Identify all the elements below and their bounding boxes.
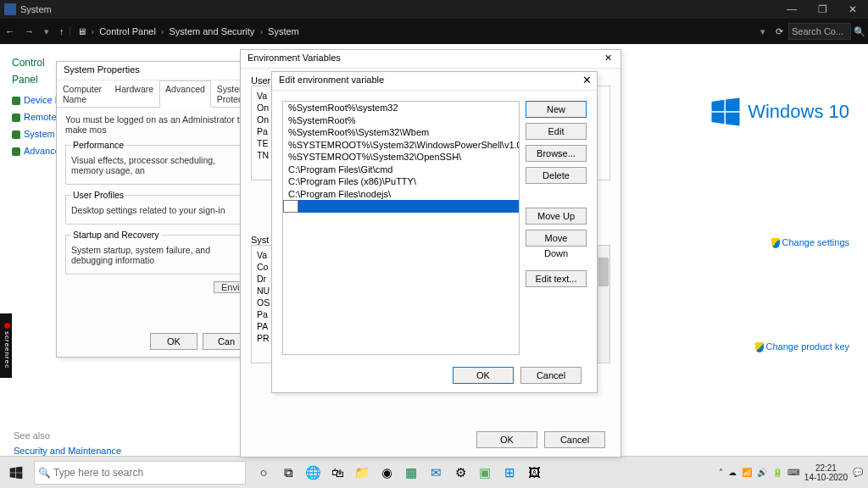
dialog-title: Edit environment variable ✕ — [272, 72, 597, 91]
svg-marker-7 — [16, 473, 22, 479]
crumb-control-panel[interactable]: Control Panel — [94, 26, 161, 36]
list-item[interactable]: %SystemRoot%\system32 — [283, 102, 519, 114]
dialog-title: Environment Variables ✕ — [241, 50, 620, 69]
list-item[interactable]: C:\Program Files\Git\cmd — [283, 164, 519, 176]
close-button[interactable]: ✕ — [582, 74, 592, 86]
taskbar-app-chrome[interactable]: ◉ — [376, 462, 398, 484]
taskbar-app-excel[interactable]: ▦ — [400, 462, 422, 484]
action-center-button[interactable]: 💬 — [853, 468, 863, 477]
crumb-system-security[interactable]: System and Security — [164, 26, 260, 36]
taskbar-app-camtasia[interactable]: ▣ — [474, 462, 496, 484]
tray-battery-icon[interactable]: 🔋 — [772, 468, 782, 477]
svg-marker-0 — [712, 100, 725, 112]
path-entries-list[interactable]: %SystemRoot%\system32 %SystemRoot% %Syst… — [282, 101, 520, 355]
see-also-label: See also — [14, 430, 50, 441]
admin-note: You must be logged on as an Administrato… — [65, 114, 250, 135]
system-tray: ˄ ☁ 📶 🔊 🔋 ⌨ 22:21 14-10-2020 💬 — [719, 463, 868, 482]
shield-icon — [771, 238, 780, 248]
edit-environment-variable-dialog: Edit environment variable ✕ %SystemRoot%… — [271, 71, 598, 393]
system-properties-dialog: System Properties Computer Name Hardware… — [56, 61, 259, 358]
change-product-key-link[interactable]: Change product key — [663, 341, 849, 352]
delete-button[interactable]: Delete — [526, 167, 587, 184]
taskbar: 🔍 Type here to search ○ ⧉ 🌐 🛍 📁 ◉ ▦ ✉ ⚙ … — [0, 456, 868, 488]
ok-button[interactable]: OK — [453, 367, 514, 384]
list-item[interactable]: C:\Program Files\nodejs\ — [283, 188, 519, 201]
list-item[interactable]: %SystemRoot%\System32\Wbem — [283, 126, 519, 139]
tab-computer-name[interactable]: Computer Name — [57, 80, 109, 107]
windows-logo-brand: Windows 10 — [663, 97, 849, 127]
edit-text-button[interactable]: Edit text... — [526, 270, 587, 287]
tray-overflow-button[interactable]: ˄ — [719, 468, 723, 477]
tab-advanced[interactable]: Advanced — [159, 80, 211, 108]
nav-forward-button[interactable]: → — [19, 26, 39, 36]
taskbar-app-generic[interactable]: 🖼 — [523, 462, 545, 484]
profiles-description: Desktop settings related to your sign-in — [71, 205, 244, 215]
startup-description: System startup, system failure, and debu… — [71, 245, 244, 265]
dialog-title: System Properties — [57, 62, 259, 80]
svg-marker-1 — [726, 98, 740, 112]
tab-hardware[interactable]: Hardware — [109, 80, 160, 107]
svg-marker-4 — [10, 467, 16, 472]
crumb-system[interactable]: System — [263, 26, 304, 36]
search-icon: 🔍 — [35, 467, 53, 479]
start-button[interactable] — [0, 457, 32, 489]
sysprops-tabs: Computer Name Hardware Advanced System P… — [57, 80, 259, 108]
taskbar-search-input[interactable]: 🔍 Type here to search — [34, 461, 246, 485]
taskbar-app-edge[interactable]: 🌐 — [302, 462, 324, 484]
cancel-button[interactable]: Cancel — [544, 431, 605, 448]
tray-onedrive-icon[interactable]: ☁ — [728, 468, 737, 477]
windows-start-icon — [9, 466, 23, 480]
window-title: System — [20, 4, 52, 14]
edit-button[interactable]: Edit — [526, 123, 587, 140]
taskbar-app-outlook[interactable]: ✉ — [425, 462, 447, 484]
screenrec-badge: screenrec — [0, 313, 12, 378]
maximize-button[interactable]: ❐ — [807, 3, 837, 15]
nav-back-button[interactable]: ← — [0, 26, 19, 36]
scrollbar[interactable] — [598, 246, 609, 363]
close-button[interactable]: ✕ — [837, 3, 868, 15]
shield-icon — [755, 342, 764, 352]
new-button[interactable]: New — [526, 101, 587, 118]
list-item[interactable]: %SystemRoot% — [283, 114, 519, 127]
list-item[interactable]: C:\Program Files (x86)\PuTTY\ — [283, 175, 519, 188]
ok-button[interactable]: OK — [476, 431, 537, 448]
svg-marker-5 — [16, 466, 22, 472]
change-settings-link[interactable]: Change settings — [663, 237, 849, 248]
list-item[interactable]: %SYSTEMROOT%\System32\OpenSSH\ — [283, 151, 519, 164]
taskbar-app-vscode[interactable]: ⊞ — [498, 462, 520, 484]
cancel-button[interactable]: Cancel — [520, 367, 581, 384]
move-down-button[interactable]: Move Down — [526, 230, 587, 247]
taskbar-app-explorer[interactable]: 📁 — [351, 462, 373, 484]
app-icon — [4, 3, 16, 15]
move-up-button[interactable]: Move Up — [526, 208, 587, 225]
list-item[interactable]: %SYSTEMROOT%\System32\WindowsPowerShell\… — [283, 139, 519, 152]
taskbar-app-store[interactable]: 🛍 — [326, 462, 348, 484]
browse-button[interactable]: Browse... — [526, 145, 587, 162]
cortana-button[interactable]: ○ — [253, 462, 275, 484]
tray-clock[interactable]: 22:21 14-10-2020 — [804, 463, 848, 482]
new-entry-input-row[interactable] — [283, 200, 519, 213]
window-titlebar: System — ❐ ✕ — [0, 0, 868, 19]
right-panel: Windows 10 Change settings Change produc… — [663, 103, 849, 352]
nav-up-button[interactable]: ↑ — [54, 26, 70, 36]
perf-description: Visual effects, processor scheduling, me… — [71, 155, 244, 175]
svg-marker-3 — [726, 113, 740, 126]
svg-marker-6 — [10, 473, 16, 478]
taskbar-app-settings[interactable]: ⚙ — [449, 462, 471, 484]
ok-button[interactable]: OK — [150, 333, 198, 350]
inline-edit-cell[interactable] — [283, 200, 298, 213]
tray-language-icon[interactable]: ⌨ — [787, 468, 799, 477]
search-input[interactable]: Search Co... — [788, 23, 851, 40]
tray-volume-icon[interactable]: 🔊 — [757, 468, 767, 477]
windows-logo-icon — [710, 97, 741, 127]
svg-marker-2 — [712, 113, 725, 125]
security-maintenance-link[interactable]: Security and Maintenance — [14, 446, 121, 456]
tray-network-icon[interactable]: 📶 — [742, 468, 752, 477]
explorer-navbar: ← → ▾ ↑ 🖥 › Control Panel › System and S… — [0, 19, 868, 44]
task-view-button[interactable]: ⧉ — [277, 462, 299, 484]
refresh-button[interactable]: ⟳ — [771, 26, 788, 37]
close-button[interactable]: ✕ — [600, 53, 615, 64]
minimize-button[interactable]: — — [776, 3, 807, 15]
